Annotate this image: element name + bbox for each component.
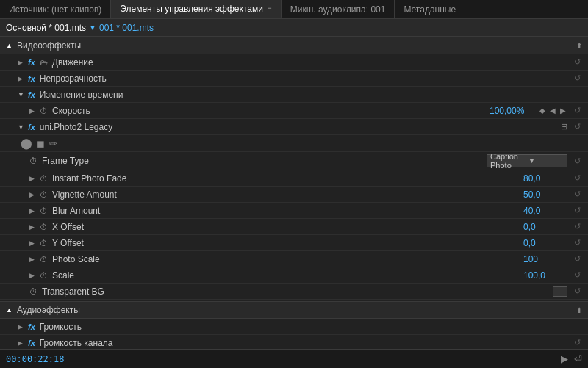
bottom-bar: 00:00:22:18 ▶ ⏎ bbox=[0, 349, 588, 368]
transparent-bg-clock-icon[interactable]: ⏱ bbox=[29, 287, 37, 296]
tab-metadata[interactable]: Метаданные bbox=[395, 0, 465, 18]
instant-fade-expand-arrow[interactable]: ▶ bbox=[29, 175, 37, 182]
opacity-reset-btn[interactable]: ↺ bbox=[572, 73, 582, 83]
tab-effects[interactable]: Элементы управления эффектами ≡ bbox=[111, 0, 281, 18]
channel-volume-name: Громкость канала bbox=[40, 338, 113, 348]
scale-expand-arrow[interactable]: ▶ bbox=[29, 272, 37, 279]
effect-row-photo-scale: ▶ ⏱ Photo Scale 100 ↺ bbox=[0, 251, 588, 267]
audio-effects-title: Аудиоэффекты bbox=[17, 305, 80, 315]
tab-metadata-label: Метаданные bbox=[404, 4, 456, 15]
motion-reset-btn[interactable]: ↺ bbox=[572, 57, 582, 67]
tab-effects-label: Элементы управления эффектами bbox=[120, 4, 263, 14]
photo-scale-clock-icon[interactable]: ⏱ bbox=[40, 255, 48, 264]
time-remap-expand-arrow[interactable]: ▼ bbox=[18, 91, 25, 98]
scale-clock-icon[interactable]: ⏱ bbox=[40, 271, 48, 280]
blur-clock-icon[interactable]: ⏱ bbox=[40, 206, 48, 215]
audio-effects-collapse-arrow[interactable]: ▲ bbox=[6, 306, 12, 314]
audio-effects-scroll-icon: ⬆ bbox=[576, 306, 582, 314]
effect-row-volume: ▶ fx Громкость bbox=[0, 319, 588, 335]
vignette-reset-btn[interactable]: ↺ bbox=[572, 190, 582, 199]
uni-photo-reset-btn[interactable]: ↺ bbox=[572, 122, 582, 131]
play-icon[interactable]: ▶ bbox=[561, 353, 568, 364]
tools-row: ⬤ ◼ ✏ bbox=[0, 135, 588, 152]
circle-tool-icon[interactable]: ⬤ bbox=[21, 137, 32, 149]
frame-type-reset-btn[interactable]: ↺ bbox=[572, 156, 582, 166]
speed-nav-diamond[interactable]: ◆ bbox=[538, 107, 547, 115]
photo-scale-reset-btn[interactable]: ↺ bbox=[572, 254, 582, 264]
uni-photo-expand-arrow[interactable]: ▼ bbox=[18, 123, 25, 131]
square-tool-icon[interactable]: ◼ bbox=[37, 138, 45, 149]
volume-fx-badge: fx bbox=[28, 322, 35, 331]
channel-volume-reset-btn[interactable]: ↺ bbox=[572, 338, 582, 347]
instant-fade-value[interactable]: 80,0 bbox=[523, 173, 567, 184]
instant-fade-reset-btn[interactable]: ↺ bbox=[572, 173, 582, 183]
vignette-value[interactable]: 50,0 bbox=[523, 190, 567, 200]
y-offset-value[interactable]: 0,0 bbox=[523, 238, 567, 248]
effect-row-motion: ▶ fx 🗁 Движение ↺ bbox=[0, 54, 588, 71]
video-effects-header[interactable]: ▲ Видеоэффекты ⬆ bbox=[0, 37, 588, 54]
speed-value[interactable]: 100,00% bbox=[490, 106, 534, 116]
effect-row-transparent-bg: ⏱ Transparent BG ↺ bbox=[0, 284, 588, 300]
time-remap-fx-badge: fx bbox=[28, 90, 35, 99]
x-offset-clock-icon[interactable]: ⏱ bbox=[40, 223, 48, 231]
vignette-clock-icon[interactable]: ⏱ bbox=[40, 190, 48, 199]
blur-reset-btn[interactable]: ↺ bbox=[572, 206, 582, 215]
x-offset-value[interactable]: 0,0 bbox=[523, 222, 567, 232]
clip-dropdown-arrow[interactable]: ▼ bbox=[89, 24, 96, 32]
scale-reset-btn[interactable]: ↺ bbox=[572, 270, 582, 280]
transparent-bg-reset-btn[interactable]: ↺ bbox=[572, 286, 582, 296]
effect-row-vignette: ▶ ⏱ Vignette Amount 50,0 ↺ bbox=[0, 187, 588, 203]
opacity-fx-badge: fx bbox=[28, 74, 35, 83]
blur-expand-arrow[interactable]: ▶ bbox=[29, 207, 37, 214]
x-offset-name: X Offset bbox=[52, 222, 84, 232]
pen-tool-icon[interactable]: ✏ bbox=[49, 138, 57, 149]
blur-value[interactable]: 40,0 bbox=[523, 206, 567, 216]
video-effects-collapse-arrow[interactable]: ▲ bbox=[6, 42, 12, 49]
speed-clock-icon[interactable]: ⏱ bbox=[40, 107, 48, 115]
tab-source[interactable]: Источник: (нет клипов) bbox=[0, 0, 111, 18]
uni-photo-save-icon[interactable]: ⊞ bbox=[561, 122, 567, 131]
opacity-expand-arrow[interactable]: ▶ bbox=[18, 75, 25, 82]
vignette-name: Vignette Amount bbox=[52, 190, 117, 200]
y-offset-expand-arrow[interactable]: ▶ bbox=[29, 239, 37, 247]
return-icon[interactable]: ⏎ bbox=[574, 353, 582, 364]
effect-row-time-remap: ▼ fx Изменение времени bbox=[0, 87, 588, 103]
effect-row-speed: ▶ ⏱ Скорость 100,00% ◆ ◀ ▶ ↺ bbox=[0, 103, 588, 119]
motion-expand-arrow[interactable]: ▶ bbox=[18, 59, 25, 66]
y-offset-reset-btn[interactable]: ↺ bbox=[572, 238, 582, 248]
bottom-icons-group: ▶ ⏎ bbox=[561, 353, 582, 364]
speed-nav-arrows: ◆ ◀ ▶ bbox=[538, 107, 567, 115]
tab-effects-menu-icon[interactable]: ≡ bbox=[268, 4, 272, 12]
tab-bar: Источник: (нет клипов) Элементы управлен… bbox=[0, 0, 588, 19]
instant-fade-clock-icon[interactable]: ⏱ bbox=[40, 174, 48, 183]
uni-photo-fx-badge: fx bbox=[28, 123, 35, 131]
speed-reset-btn[interactable]: ↺ bbox=[572, 106, 582, 115]
x-offset-reset-btn[interactable]: ↺ bbox=[572, 222, 582, 231]
y-offset-name: Y Offset bbox=[52, 238, 84, 248]
transparent-bg-swatch[interactable] bbox=[553, 286, 567, 297]
speed-nav-left[interactable]: ◀ bbox=[548, 107, 557, 115]
audio-effects-header[interactable]: ▲ Аудиоэффекты ⬆ bbox=[0, 301, 588, 319]
frame-type-clock-icon[interactable]: ⏱ bbox=[29, 156, 37, 165]
frame-type-dropdown-arrow-icon: ▼ bbox=[528, 157, 564, 165]
frame-type-dropdown[interactable]: Caption Photo ▼ bbox=[487, 154, 567, 167]
scale-value[interactable]: 100,0 bbox=[523, 270, 567, 281]
effect-row-x-offset: ▶ ⏱ X Offset 0,0 ↺ bbox=[0, 219, 588, 235]
volume-expand-arrow[interactable]: ▶ bbox=[18, 323, 25, 331]
x-offset-expand-arrow[interactable]: ▶ bbox=[29, 223, 37, 231]
speed-nav-right[interactable]: ▶ bbox=[559, 107, 567, 115]
motion-fx-badge: fx bbox=[28, 58, 35, 67]
opacity-name: Непрозрачность bbox=[40, 73, 107, 84]
timecode-display: 00:00:22:18 bbox=[6, 354, 64, 364]
tab-audio-mix[interactable]: Микш. аудиоклипа: 001 bbox=[282, 0, 395, 18]
transparent-bg-name: Transparent BG bbox=[42, 286, 104, 297]
speed-expand-arrow[interactable]: ▶ bbox=[29, 107, 37, 115]
effect-row-channel-volume: ▶ fx Громкость канала ↺ bbox=[0, 335, 588, 349]
effects-panel: ▲ Видеоэффекты ⬆ ▶ fx 🗁 Движение ↺ ▶ fx … bbox=[0, 37, 588, 349]
y-offset-clock-icon[interactable]: ⏱ bbox=[40, 239, 48, 248]
video-effects-title: Видеоэффекты bbox=[17, 40, 81, 51]
channel-volume-expand-arrow[interactable]: ▶ bbox=[18, 339, 25, 347]
vignette-expand-arrow[interactable]: ▶ bbox=[29, 191, 37, 198]
photo-scale-expand-arrow[interactable]: ▶ bbox=[29, 256, 37, 263]
photo-scale-value[interactable]: 100 bbox=[523, 254, 567, 264]
